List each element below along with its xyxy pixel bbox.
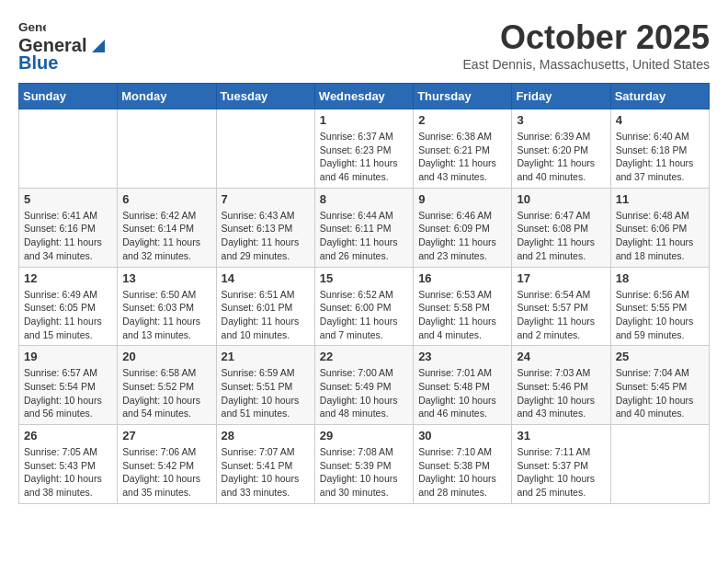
day-number: 11 [616, 192, 704, 206]
calendar-week-5: 26Sunrise: 7:05 AM Sunset: 5:43 PM Dayli… [19, 425, 710, 504]
calendar-cell: 23Sunrise: 7:01 AM Sunset: 5:48 PM Dayli… [414, 346, 512, 425]
calendar-cell: 22Sunrise: 7:00 AM Sunset: 5:49 PM Dayli… [314, 346, 413, 425]
logo-triangle [88, 36, 108, 56]
weekday-header-friday: Friday [512, 84, 610, 109]
day-number: 29 [320, 429, 408, 442]
calendar-cell: 6Sunrise: 6:42 AM Sunset: 6:14 PM Daylig… [118, 188, 216, 267]
day-number: 5 [24, 192, 112, 206]
day-info: Sunrise: 6:50 AM Sunset: 6:03 PM Dayligh… [122, 288, 210, 342]
calendar-cell: 29Sunrise: 7:08 AM Sunset: 5:39 PM Dayli… [314, 425, 413, 504]
day-info: Sunrise: 7:00 AM Sunset: 5:49 PM Dayligh… [320, 366, 408, 420]
svg-text:General: General [18, 20, 46, 34]
day-number: 6 [122, 192, 210, 206]
day-info: Sunrise: 7:05 AM Sunset: 5:43 PM Dayligh… [24, 445, 112, 500]
calendar-cell [216, 109, 314, 189]
day-info: Sunrise: 6:49 AM Sunset: 6:05 PM Dayligh… [24, 288, 112, 342]
day-number: 13 [122, 271, 210, 285]
day-number: 28 [222, 429, 310, 442]
day-info: Sunrise: 7:06 AM Sunset: 5:42 PM Dayligh… [122, 445, 210, 500]
day-info: Sunrise: 6:41 AM Sunset: 6:16 PM Dayligh… [24, 209, 112, 263]
day-info: Sunrise: 6:59 AM Sunset: 5:51 PM Dayligh… [222, 366, 310, 420]
day-info: Sunrise: 7:01 AM Sunset: 5:48 PM Dayligh… [418, 366, 506, 420]
calendar-cell: 10Sunrise: 6:47 AM Sunset: 6:08 PM Dayli… [512, 188, 610, 267]
calendar-cell: 1Sunrise: 6:37 AM Sunset: 6:23 PM Daylig… [314, 109, 413, 189]
day-number: 21 [222, 350, 310, 363]
calendar-cell: 14Sunrise: 6:51 AM Sunset: 6:01 PM Dayli… [216, 267, 314, 346]
day-info: Sunrise: 6:43 AM Sunset: 6:13 PM Dayligh… [222, 209, 310, 263]
calendar-cell: 18Sunrise: 6:56 AM Sunset: 5:55 PM Dayli… [610, 267, 709, 346]
calendar-cell [610, 425, 709, 504]
calendar-cell: 26Sunrise: 7:05 AM Sunset: 5:43 PM Dayli… [19, 425, 118, 504]
calendar-cell: 7Sunrise: 6:43 AM Sunset: 6:13 PM Daylig… [216, 188, 314, 267]
calendar-cell: 3Sunrise: 6:39 AM Sunset: 6:20 PM Daylig… [512, 109, 610, 189]
calendar-cell: 31Sunrise: 7:11 AM Sunset: 5:37 PM Dayli… [512, 425, 610, 504]
day-number: 26 [24, 429, 112, 442]
day-number: 10 [517, 192, 605, 206]
day-number: 27 [122, 429, 210, 442]
logo-blue: Blue [18, 52, 58, 74]
calendar-cell: 9Sunrise: 6:46 AM Sunset: 6:09 PM Daylig… [414, 188, 512, 267]
calendar-cell: 5Sunrise: 6:41 AM Sunset: 6:16 PM Daylig… [19, 188, 118, 267]
month-title: October 2025 [463, 18, 710, 57]
day-number: 4 [616, 113, 704, 127]
day-number: 16 [418, 271, 506, 285]
weekday-header-saturday: Saturday [610, 84, 709, 109]
weekday-header-tuesday: Tuesday [216, 84, 314, 109]
calendar-cell: 24Sunrise: 7:03 AM Sunset: 5:46 PM Dayli… [512, 346, 610, 425]
day-number: 30 [418, 429, 506, 442]
day-info: Sunrise: 6:39 AM Sunset: 6:20 PM Dayligh… [517, 130, 605, 184]
day-number: 22 [320, 350, 408, 363]
day-info: Sunrise: 6:44 AM Sunset: 6:11 PM Dayligh… [320, 209, 408, 263]
day-number: 31 [517, 429, 605, 442]
day-number: 8 [320, 192, 408, 206]
calendar-cell: 11Sunrise: 6:48 AM Sunset: 6:06 PM Dayli… [610, 188, 709, 267]
weekday-header-row: SundayMondayTuesdayWednesdayThursdayFrid… [19, 84, 710, 109]
day-info: Sunrise: 7:11 AM Sunset: 5:37 PM Dayligh… [517, 445, 605, 500]
day-info: Sunrise: 6:47 AM Sunset: 6:08 PM Dayligh… [517, 209, 605, 263]
day-info: Sunrise: 6:56 AM Sunset: 5:55 PM Dayligh… [616, 288, 704, 342]
day-number: 9 [418, 192, 506, 206]
day-number: 15 [320, 271, 408, 285]
calendar-cell: 30Sunrise: 7:10 AM Sunset: 5:38 PM Dayli… [414, 425, 512, 504]
title-section: October 2025 East Dennis, Massachusetts,… [463, 18, 710, 72]
day-info: Sunrise: 6:51 AM Sunset: 6:01 PM Dayligh… [222, 288, 310, 342]
calendar-cell: 2Sunrise: 6:38 AM Sunset: 6:21 PM Daylig… [414, 109, 512, 189]
day-info: Sunrise: 6:42 AM Sunset: 6:14 PM Dayligh… [122, 209, 210, 263]
calendar-week-3: 12Sunrise: 6:49 AM Sunset: 6:05 PM Dayli… [19, 267, 710, 346]
day-info: Sunrise: 6:38 AM Sunset: 6:21 PM Dayligh… [418, 130, 506, 184]
day-number: 20 [122, 350, 210, 363]
day-info: Sunrise: 7:08 AM Sunset: 5:39 PM Dayligh… [320, 445, 408, 500]
calendar-week-4: 19Sunrise: 6:57 AM Sunset: 5:54 PM Dayli… [19, 346, 710, 425]
logo-icon: General [18, 18, 46, 35]
calendar-cell: 15Sunrise: 6:52 AM Sunset: 6:00 PM Dayli… [314, 267, 413, 346]
weekday-header-sunday: Sunday [19, 84, 118, 109]
calendar-cell [118, 109, 216, 189]
day-number: 12 [24, 271, 112, 285]
weekday-header-monday: Monday [118, 84, 216, 109]
day-number: 23 [418, 350, 506, 363]
day-number: 17 [517, 271, 605, 285]
day-info: Sunrise: 6:46 AM Sunset: 6:09 PM Dayligh… [418, 209, 506, 263]
page-header: General General Blue October 2025 East D… [18, 18, 710, 74]
day-info: Sunrise: 6:48 AM Sunset: 6:06 PM Dayligh… [616, 209, 704, 263]
calendar-cell: 25Sunrise: 7:04 AM Sunset: 5:45 PM Dayli… [610, 346, 709, 425]
day-number: 3 [517, 113, 605, 127]
day-number: 1 [320, 113, 408, 127]
day-info: Sunrise: 7:03 AM Sunset: 5:46 PM Dayligh… [517, 366, 605, 420]
svg-marker-1 [92, 40, 105, 52]
day-number: 24 [517, 350, 605, 363]
day-info: Sunrise: 6:57 AM Sunset: 5:54 PM Dayligh… [24, 366, 112, 420]
day-info: Sunrise: 6:58 AM Sunset: 5:52 PM Dayligh… [122, 366, 210, 420]
calendar-cell: 21Sunrise: 6:59 AM Sunset: 5:51 PM Dayli… [216, 346, 314, 425]
calendar-cell: 4Sunrise: 6:40 AM Sunset: 6:18 PM Daylig… [610, 109, 709, 189]
day-number: 18 [616, 271, 704, 285]
calendar-cell: 8Sunrise: 6:44 AM Sunset: 6:11 PM Daylig… [314, 188, 413, 267]
day-info: Sunrise: 7:07 AM Sunset: 5:41 PM Dayligh… [222, 445, 310, 500]
location: East Dennis, Massachusetts, United State… [463, 57, 710, 72]
day-info: Sunrise: 7:10 AM Sunset: 5:38 PM Dayligh… [418, 445, 506, 500]
calendar-cell: 28Sunrise: 7:07 AM Sunset: 5:41 PM Dayli… [216, 425, 314, 504]
day-info: Sunrise: 6:40 AM Sunset: 6:18 PM Dayligh… [616, 130, 704, 184]
day-info: Sunrise: 6:53 AM Sunset: 5:58 PM Dayligh… [418, 288, 506, 342]
day-number: 7 [222, 192, 310, 206]
calendar-cell: 20Sunrise: 6:58 AM Sunset: 5:52 PM Dayli… [118, 346, 216, 425]
